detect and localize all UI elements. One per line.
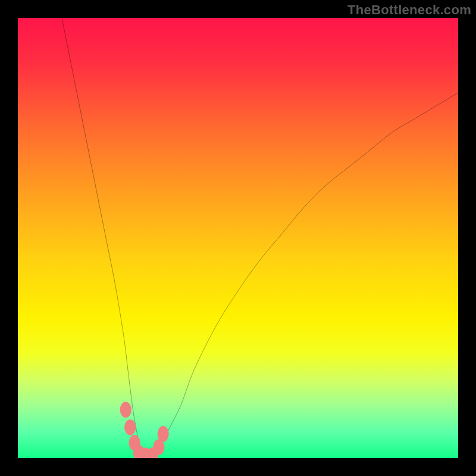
- curve-layer: [18, 18, 458, 458]
- plot-area: [18, 18, 458, 458]
- bottleneck-curve: [62, 18, 458, 458]
- highlight-dot: [158, 426, 169, 442]
- chart-frame: TheBottleneck.com: [0, 0, 476, 476]
- highlight-dot: [120, 402, 131, 418]
- watermark-text: TheBottleneck.com: [347, 2, 471, 18]
- highlight-dot: [124, 419, 136, 436]
- highlight-markers: [120, 402, 169, 458]
